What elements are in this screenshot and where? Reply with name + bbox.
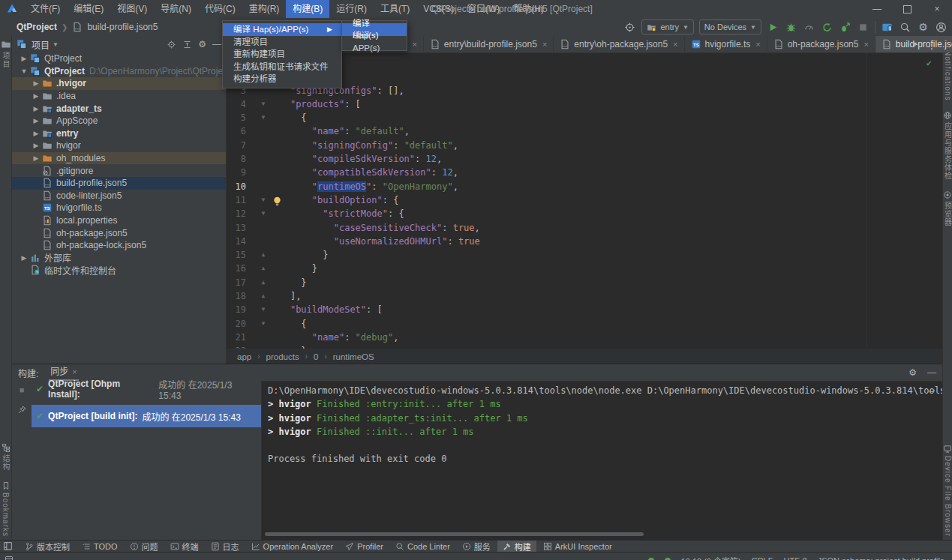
code-line-12[interactable]: 12▼ "strictMode": { xyxy=(227,207,942,220)
code-line-8[interactable]: 8 "compileSdkVersion": 12, xyxy=(227,152,942,166)
tree-item-gitignore[interactable]: .gitignore xyxy=(12,164,226,177)
code-line-11[interactable]: 11▼ "buildOption": { xyxy=(227,193,942,207)
code-line-16[interactable]: 16▲ } xyxy=(227,262,942,275)
intention-bulb-icon[interactable] xyxy=(273,196,281,206)
editor-tab-entry-build-profile-json5[interactable]: entry\build-profile.json5× xyxy=(424,36,554,52)
code-line-21[interactable]: 21 "name": "debug", xyxy=(227,331,942,344)
soft-wrap-icon[interactable]: ↩ xyxy=(929,385,935,397)
close-button[interactable]: × xyxy=(922,0,952,18)
fold-marker-icon[interactable]: ▼ xyxy=(258,111,269,124)
toolbar-item-item[interactable]: 版本控制 xyxy=(20,541,75,552)
breadcrumb-file[interactable]: build-profile.json5 xyxy=(87,22,158,32)
project-panel-title[interactable]: 项目 xyxy=(32,38,50,51)
chevron-right-icon[interactable]: ▶ xyxy=(18,55,30,62)
close-icon[interactable]: × xyxy=(673,40,677,49)
stripe-button-bookmarks[interactable]: Bookmarks xyxy=(2,481,11,537)
settings-gear-icon[interactable]: ⚙ xyxy=(917,21,929,34)
breadcrumb-0[interactable]: 0 xyxy=(314,352,318,361)
toolbar-item-item[interactable]: 服务 xyxy=(457,541,496,552)
build-console[interactable]: D:\OpenHarmony\IDE\devecostudio-windows-… xyxy=(262,381,942,540)
tree-item-local-properties[interactable]: local.properties xyxy=(12,214,226,227)
menubar-item-code[interactable]: 代码(C) xyxy=(198,0,242,18)
code-line-20[interactable]: 20▼ { xyxy=(227,317,942,331)
breadcrumb-products[interactable]: products xyxy=(266,352,299,361)
file-encoding[interactable]: UTF-8 xyxy=(783,556,806,560)
breadcrumb-runtimeos[interactable]: runtimeOS xyxy=(333,352,374,361)
window-layout-icon[interactable] xyxy=(3,541,13,551)
toolbar-item-item[interactable]: 日志 xyxy=(206,541,245,552)
chevron-right-icon[interactable]: ▶ xyxy=(30,105,42,112)
chevron-right-icon[interactable]: ▶ xyxy=(30,130,42,137)
tree-item-qtproject[interactable]: ▶QtProject xyxy=(12,52,226,65)
stripe-button-item[interactable]: 预览器 xyxy=(942,190,952,226)
fold-marker-icon[interactable]: ▲ xyxy=(258,248,269,262)
chevron-down-icon[interactable]: ▼ xyxy=(18,67,30,75)
tree-item-item[interactable]: 临时文件和控制台 xyxy=(12,264,226,277)
hide-panel-icon[interactable]: ― xyxy=(212,39,221,49)
device-select[interactable]: No Devices▼ xyxy=(699,19,761,34)
code-line-18[interactable]: 18▲ ], xyxy=(227,289,942,303)
build-task-qtproject-ohpm-install[interactable]: ✔QtProject [Ohpm Install]:成功的 在2025/1/3 … xyxy=(32,382,261,396)
toolbar-item-arkui-inspector[interactable]: ArkUI Inspector xyxy=(538,541,617,552)
inspection-ok-icon[interactable]: ✔ xyxy=(926,58,932,68)
menubar-item-edit[interactable]: 编辑(E) xyxy=(67,0,110,18)
breadcrumb-app[interactable]: app xyxy=(237,352,251,361)
tree-item-item[interactable]: ▶外部库 xyxy=(12,252,226,265)
chevron-down-icon[interactable]: ▼ xyxy=(53,41,59,48)
tree-item-appscope[interactable]: ▶AppScope xyxy=(12,115,226,127)
code-line-15[interactable]: 15▲ } xyxy=(227,248,942,262)
target-icon[interactable] xyxy=(623,21,636,34)
code-line-17[interactable]: 17▲ } xyxy=(227,276,942,289)
build-menu-item-clean-project[interactable]: 清理项目 xyxy=(223,36,341,49)
code-line-4[interactable]: 4▼ "products": [ xyxy=(227,97,942,111)
tree-item-hvigor[interactable]: ▶hvigor xyxy=(12,139,226,152)
attach-debugger-button[interactable] xyxy=(839,21,851,34)
tree-item-adapter-ts[interactable]: ▶adapter_ts xyxy=(12,102,226,115)
status-layout-icon[interactable] xyxy=(5,556,14,560)
fold-marker-icon[interactable]: ▼ xyxy=(258,97,269,111)
tree-item-code-linter-json5[interactable]: code-linter.json5 xyxy=(12,190,226,202)
menubar-item-tools[interactable]: 工具(T) xyxy=(374,0,416,18)
fold-marker-icon[interactable]: ▼ xyxy=(258,317,269,331)
chevron-right-icon[interactable]: ▶ xyxy=(30,117,42,124)
build-settings-gear-icon[interactable]: ⚙ xyxy=(908,367,917,378)
tree-item-hvigor[interactable]: ▶.hvigor xyxy=(12,77,226,90)
run-button[interactable] xyxy=(767,21,779,34)
account-avatar-icon[interactable] xyxy=(935,21,947,34)
menubar-item-view[interactable]: 视图(V) xyxy=(110,0,154,18)
chevron-right-icon[interactable]: ▶ xyxy=(30,79,42,87)
stripe-button-item[interactable]: 结构 xyxy=(0,443,11,471)
close-icon[interactable]: × xyxy=(755,40,760,49)
device-manager-button[interactable] xyxy=(881,21,893,34)
close-icon[interactable]: × xyxy=(72,364,77,379)
code-line-19[interactable]: 19▼ "buildModeSet": [ xyxy=(227,303,942,316)
build-menu-item-generate-key-and-csr[interactable]: 生成私钥和证书请求文件 xyxy=(223,61,341,73)
build-menu-item-compile-hap-app[interactable]: 编译 Hap(s)/APP(s)▶ xyxy=(223,23,341,36)
stripe-button-item[interactable]: 应用与服务体检 xyxy=(942,111,952,180)
code-line-10[interactable]: 10 "runtimeOS": "OpenHarmony", xyxy=(227,180,942,193)
fold-marker-icon[interactable]: ▲ xyxy=(258,276,269,289)
code-line-7[interactable]: 7 "signingConfig": "default", xyxy=(227,139,942,152)
code-editor[interactable]: 1{2▼ "app": {3 "signingConfigs": [],4▼ "… xyxy=(227,53,942,349)
toolbar-item-profiler[interactable]: Profiler xyxy=(340,541,389,552)
stripe-button-device-file-browser[interactable]: Device File Browser xyxy=(943,445,952,537)
fold-marker-icon[interactable]: ▲ xyxy=(258,289,269,303)
profiler-button[interactable] xyxy=(803,21,815,34)
build-task-qtproject-build-init[interactable]: ✔QtProject [build init]:成功的 在2025/1/3 15… xyxy=(32,405,261,427)
editor-tab-entry-oh-package-json5[interactable]: entry\oh-package.json5× xyxy=(554,36,684,52)
close-icon[interactable]: × xyxy=(863,40,868,49)
build-menu-item-build-analyzer[interactable]: 构建分析器 xyxy=(223,73,341,85)
horizontal-scrollbar[interactable] xyxy=(265,532,644,536)
toolbar-item-operation-analyzer[interactable]: Operation Analyzer xyxy=(246,541,339,552)
search-everywhere-button[interactable] xyxy=(899,21,911,34)
chevron-right-icon[interactable]: ▶ xyxy=(30,142,42,149)
menubar-item-file[interactable]: 文件(F) xyxy=(24,0,67,18)
tree-item-build-profile-json5[interactable]: build-profile.json5 xyxy=(12,177,226,190)
code-line-9[interactable]: 9 "compatibleSdkVersion": 12, xyxy=(227,166,942,179)
tree-item-oh-package-json5[interactable]: oh-package.json5 xyxy=(12,226,226,239)
tree-item-qtproject[interactable]: ▼QtProjectD:\OpenHarmony\Project\QtProje… xyxy=(12,65,226,78)
toolbar-item-item[interactable]: 问题 xyxy=(125,541,164,552)
line-ending[interactable]: CRLF xyxy=(752,556,773,560)
caret-position[interactable]: 10:12 (9 个字符) xyxy=(681,555,741,560)
json-schema[interactable]: JSON schema: project build profile xyxy=(818,556,944,560)
